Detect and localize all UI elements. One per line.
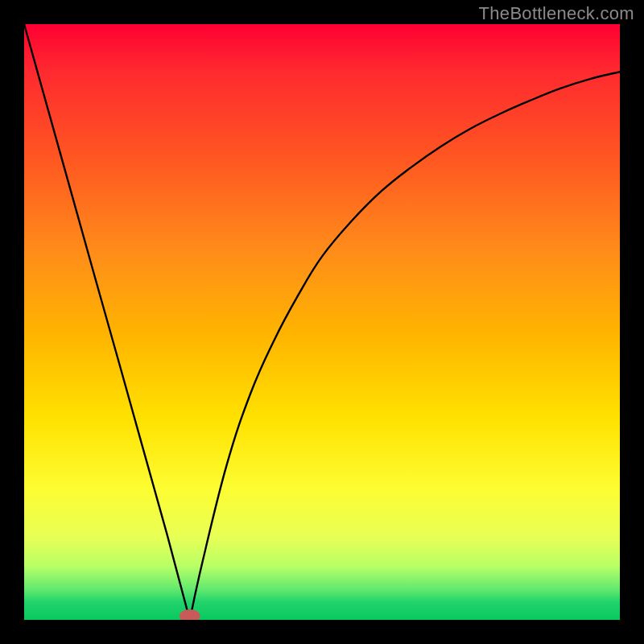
minimum-marker <box>180 609 200 620</box>
bottleneck-curve <box>24 24 620 620</box>
watermark-text: TheBottleneck.com <box>479 3 634 24</box>
curve-layer <box>24 24 620 620</box>
chart-frame: TheBottleneck.com <box>0 0 644 644</box>
plot-area <box>24 24 620 620</box>
